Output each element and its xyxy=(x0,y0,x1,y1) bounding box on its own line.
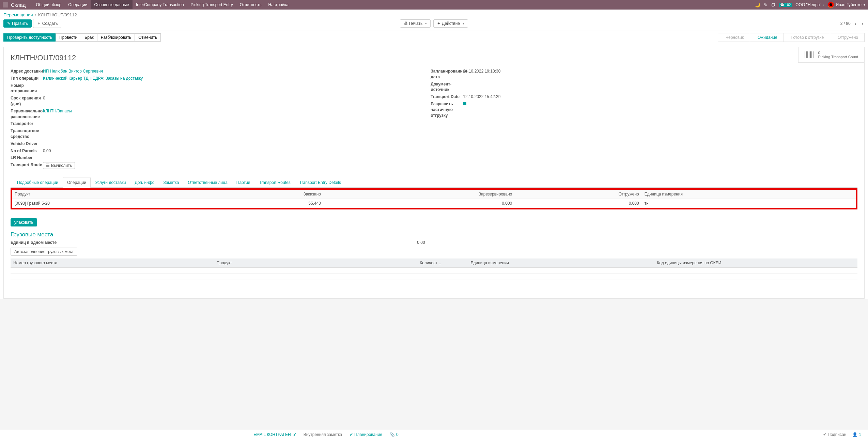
status-steps: Черновик Ожидание Готово к отгрузке Отгр… xyxy=(718,33,865,42)
status-step-ready: Готово к отгрузке xyxy=(784,33,830,42)
tab-responsible[interactable]: Ответственные лица xyxy=(184,177,232,188)
tab-detailed-operations[interactable]: Подробные операции xyxy=(13,177,63,188)
nav-item-master-data[interactable]: Основные данные xyxy=(91,0,133,9)
col-reserved[interactable]: Зарезервировано xyxy=(324,190,515,199)
unlock-button[interactable]: Разблокировать xyxy=(97,33,135,42)
tab-extra-info[interactable]: Доп. инфо xyxy=(130,177,159,188)
initial-location-value[interactable]: КЛНТН/Запасы xyxy=(43,109,72,113)
col-cargo-uom[interactable]: Единица измерения xyxy=(468,258,654,268)
table-row xyxy=(11,268,857,274)
top-nav: Склад Общий обзор Операции Основные данн… xyxy=(0,0,868,10)
edit-icon[interactable]: ✎ xyxy=(764,2,768,7)
cancel-button[interactable]: Отменить xyxy=(135,33,161,42)
status-step-waiting: Ожидание xyxy=(750,33,784,42)
nav-item-picking-transport[interactable]: Picking Transport Entry xyxy=(187,0,236,9)
pack-button[interactable]: упаковать xyxy=(11,218,37,226)
col-shipped[interactable]: Отгружено xyxy=(515,190,641,199)
col-cargo-okei[interactable]: Код единицы измерения по ОКЕИ xyxy=(654,258,857,268)
tab-lots[interactable]: Партии xyxy=(232,177,255,188)
shelf-life-label: Срок хранения (дни) xyxy=(11,95,43,107)
tabs: Подробные операции Операции Услуги доста… xyxy=(11,177,857,188)
clock-icon[interactable]: ⏱ xyxy=(771,2,775,7)
nav-item-intercompany[interactable]: InterCompany Transaction xyxy=(133,0,187,9)
cell-ordered: 55,440 xyxy=(211,199,324,208)
tab-operations[interactable]: Операции xyxy=(63,177,91,188)
operation-type-label: Тип операции xyxy=(11,76,43,81)
parcels-label: No of Parcels xyxy=(11,148,43,154)
cell-shipped: 0,000 xyxy=(515,199,641,208)
moon-icon[interactable]: 🌙 xyxy=(755,2,760,7)
user-menu[interactable]: Иван Губенко ▾ xyxy=(828,2,865,8)
operation-type-value[interactable]: Калининский Карьер ТД НЕДРА: Заказы на д… xyxy=(43,76,143,81)
apps-icon[interactable] xyxy=(3,2,8,7)
print-button[interactable]: 🖶 Печать xyxy=(400,19,431,28)
autofill-cargo-button[interactable]: Автозаполнение грузовых мест xyxy=(11,248,77,256)
create-button[interactable]: ＋Создать xyxy=(33,19,62,28)
vehicle-label: Транспортное средство xyxy=(11,128,43,140)
transport-route-label: Transport Route xyxy=(11,162,43,169)
delivery-address-value[interactable]: ИП Нелюбин Виктор Сергеевич xyxy=(43,69,103,74)
table-row xyxy=(11,274,857,280)
shelf-life-value: 0 xyxy=(43,95,45,107)
messages-count: 102 xyxy=(785,3,791,7)
status-step-draft: Черновик xyxy=(718,33,750,42)
cargo-table: Номер грузового места Продукт Количест… … xyxy=(11,258,857,292)
cell-product: [0093] Гравий 5-20 xyxy=(12,199,211,208)
avatar-icon xyxy=(828,2,834,8)
tab-transport-routes[interactable]: Transport Routes xyxy=(254,177,295,188)
messages-badge[interactable]: 💬102 xyxy=(779,3,792,7)
tab-note[interactable]: Заметка xyxy=(159,177,183,188)
create-button-label: Создать xyxy=(42,21,58,26)
parcels-value: 0,00 xyxy=(43,148,51,154)
scrap-button[interactable]: Брак xyxy=(81,33,97,42)
cargo-places-title: Грузовые места xyxy=(11,231,857,238)
breadcrumb-current: КЛНТН/OUT/09112 xyxy=(38,12,77,17)
action-button[interactable]: ✦ Действие xyxy=(433,19,468,28)
scheduled-date-label: Запланированная дата xyxy=(431,68,463,80)
nav-item-overview[interactable]: Общий обзор xyxy=(32,0,65,9)
units-per-place-label: Единиц в одном месте xyxy=(11,240,417,245)
table-row[interactable]: [0093] Гравий 5-20 55,440 0,000 0,000 тн xyxy=(12,199,856,208)
pager-next[interactable]: › xyxy=(860,20,865,27)
action-button-label: Действие xyxy=(442,21,460,26)
col-cargo-qty[interactable]: Количест… xyxy=(417,258,468,268)
nav-item-reporting[interactable]: Отчетность xyxy=(236,0,265,9)
transport-count-value: 0 xyxy=(818,51,858,55)
cell-uom: тн xyxy=(642,199,856,208)
col-cargo-number[interactable]: Номер грузового места xyxy=(11,258,214,268)
breadcrumb-root[interactable]: Перемещения xyxy=(3,12,33,17)
validate-button[interactable]: Провести xyxy=(56,33,81,42)
allow-partial-checkbox[interactable] xyxy=(463,102,466,105)
allow-partial-label: Разрешить частичную отгрузку xyxy=(431,101,463,118)
departure-number-label: Номер отправления xyxy=(11,83,43,94)
company-switcher[interactable]: ООО "Недра" xyxy=(795,2,824,7)
delivery-address-label: Адрес доставки xyxy=(11,68,43,74)
user-name: Иван Губенко xyxy=(836,2,862,7)
check-availability-button[interactable]: Проверить доступность xyxy=(3,33,56,42)
col-ordered[interactable]: Заказано xyxy=(211,190,324,199)
operations-table: Продукт Заказано Зарезервировано Отгруже… xyxy=(12,190,856,208)
table-row xyxy=(11,280,857,286)
nav-item-operations[interactable]: Операции xyxy=(65,0,91,9)
col-uom[interactable]: Единица измерения xyxy=(642,190,856,199)
barcode-icon xyxy=(805,51,814,58)
nav-item-settings[interactable]: Настройка xyxy=(265,0,292,9)
breadcrumb: Перемещения / КЛНТН/OUT/09112 xyxy=(0,10,868,19)
print-button-label: Печать xyxy=(409,21,422,26)
tab-transport-entry[interactable]: Transport Entry Details xyxy=(295,177,345,188)
units-per-place-value: 0,00 xyxy=(417,240,425,245)
compute-route-button[interactable]: ☰ Вычислить xyxy=(43,162,75,169)
tab-delivery-services[interactable]: Услуги доставки xyxy=(91,177,130,188)
app-title[interactable]: Склад xyxy=(11,2,26,8)
action-bar: ✎ Править ＋Создать 🖶 Печать ✦ Действие 2… xyxy=(0,19,868,31)
edit-button[interactable]: ✎ Править xyxy=(3,19,32,28)
driver-label: Vehicle Driver xyxy=(11,141,43,147)
pager-prev[interactable]: ‹ xyxy=(853,20,858,27)
transport-count-box[interactable]: 0 Picking Transport Count xyxy=(798,47,864,63)
scheduled-date-value: 24.10.2022 19:18:30 xyxy=(463,68,500,80)
col-product[interactable]: Продукт xyxy=(12,190,211,199)
status-bar: Проверить доступность Провести Брак Разб… xyxy=(0,31,868,44)
pager-text: 2 / 80 xyxy=(840,21,851,26)
transport-count-label: Picking Transport Count xyxy=(818,55,858,59)
col-cargo-product[interactable]: Продукт xyxy=(214,258,417,268)
